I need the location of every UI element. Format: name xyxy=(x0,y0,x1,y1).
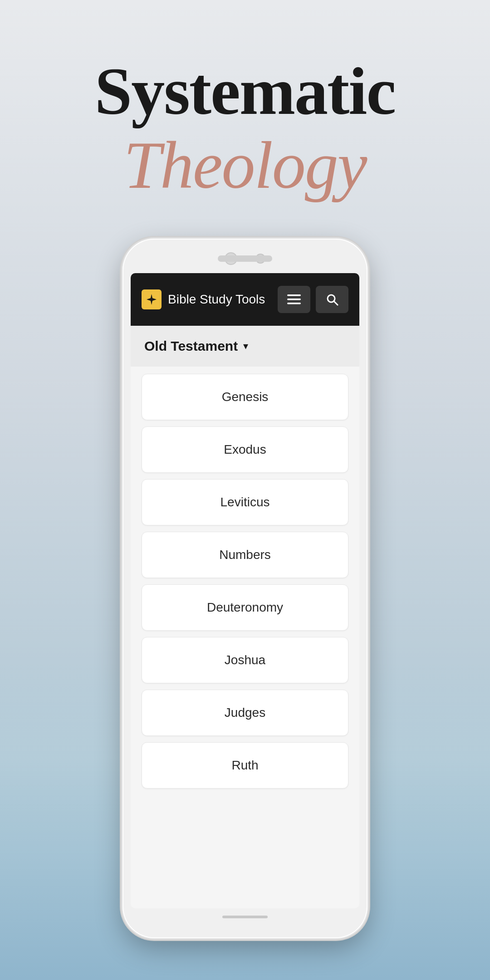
phone-screen: Bible Study Tools xyxy=(131,273,359,908)
svg-rect-0 xyxy=(287,294,301,296)
dropdown-arrow-icon: ▾ xyxy=(243,340,248,352)
app-header: Bible Study Tools xyxy=(131,273,359,326)
testament-label: Old Testament xyxy=(144,338,238,354)
book-item-leviticus[interactable]: Leviticus xyxy=(142,479,348,525)
book-item-deuteronomy[interactable]: Deuteronomy xyxy=(142,584,348,631)
app-logo: Bible Study Tools xyxy=(142,289,265,309)
phone-frame: Bible Study Tools xyxy=(122,239,368,938)
hero-title-area: Systematic Theology xyxy=(0,0,490,239)
search-button[interactable] xyxy=(316,286,348,313)
menu-button[interactable] xyxy=(278,286,310,313)
phone-top-bar xyxy=(131,252,359,265)
hero-title-line1: Systematic xyxy=(0,54,490,128)
hero-title-line2: Theology xyxy=(0,128,490,202)
logo-text: Bible Study Tools xyxy=(168,292,265,307)
svg-line-4 xyxy=(334,301,338,305)
svg-rect-1 xyxy=(287,299,301,300)
book-item-numbers[interactable]: Numbers xyxy=(142,532,348,578)
book-item-judges[interactable]: Judges xyxy=(142,690,348,736)
svg-rect-2 xyxy=(287,303,301,304)
phone-bottom xyxy=(131,908,359,920)
phone-home-bar xyxy=(222,916,268,918)
book-item-exodus[interactable]: Exodus xyxy=(142,426,348,473)
testament-selector[interactable]: Old Testament ▾ xyxy=(131,326,359,367)
logo-icon xyxy=(142,289,162,309)
book-list: Genesis Exodus Leviticus Numbers Deutero… xyxy=(131,367,359,796)
book-item-genesis[interactable]: Genesis xyxy=(142,374,348,420)
phone-speaker xyxy=(218,255,272,262)
book-item-joshua[interactable]: Joshua xyxy=(142,637,348,683)
header-buttons xyxy=(278,286,348,313)
book-item-ruth[interactable]: Ruth xyxy=(142,742,348,789)
